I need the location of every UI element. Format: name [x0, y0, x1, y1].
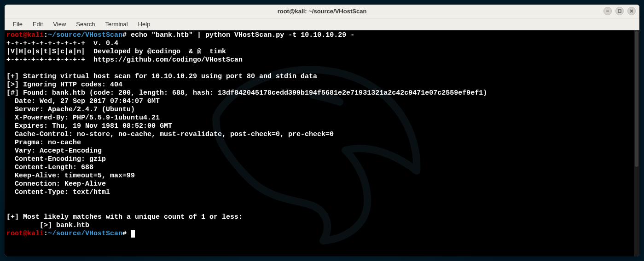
prompt-user: root@kali: [6, 31, 44, 39]
prompt2-path: ~/source/VHostScan: [48, 230, 122, 238]
scrollbar-thumb[interactable]: [635, 31, 638, 167]
menu-edit[interactable]: Edit: [28, 19, 47, 29]
terminal-scrollbar[interactable]: [634, 30, 639, 256]
out-exp: Expires: Thu, 19 Nov 1981 08:52:00 GMT: [6, 122, 172, 130]
out-found: [#] Found: bank.htb (code: 200, length: …: [6, 89, 487, 97]
minimize-button[interactable]: [603, 7, 612, 15]
out-ct: Content-Type: text/html: [6, 188, 110, 196]
terminal-cursor: [131, 230, 135, 238]
close-icon: [629, 9, 634, 13]
banner-line-2: |V|H|o|s|t|S|c|a|n| Developed by @coding…: [6, 48, 226, 56]
banner-line-3: +-+-+-+-+-+-+-+-+-+ https://github.com/c…: [6, 56, 243, 64]
out-matches: [+] Most likely matches with a unique co…: [6, 213, 243, 221]
menu-file[interactable]: File: [8, 19, 27, 29]
minimize-icon: [605, 9, 610, 13]
out-date: Date: Wed, 27 Sep 2017 07:04:07 GMT: [6, 97, 160, 105]
terminal-window: root@kali: ~/source/VHostScan File Edit …: [5, 5, 639, 256]
prompt2-hash: #: [122, 230, 127, 238]
command-text: echo "bank.htb" | python VHostScan.py -t…: [127, 31, 354, 39]
titlebar[interactable]: root@kali: ~/source/VHostScan: [5, 5, 639, 18]
out-xpb: X-Powered-By: PHP/5.5.9-1ubuntu4.21: [6, 114, 160, 122]
out-match1: [>] bank.htb: [6, 221, 89, 229]
banner-line-1: +-+-+-+-+-+-+-+-+-+ v. 0.4: [6, 40, 118, 47]
out-ce: Content-Encoding: gzip: [6, 155, 106, 163]
menu-search[interactable]: Search: [71, 19, 99, 29]
close-button[interactable]: [627, 7, 636, 15]
out-pragma: Pragma: no-cache: [6, 139, 81, 147]
prompt2-sep: :: [44, 230, 48, 238]
menu-help[interactable]: Help: [133, 19, 155, 29]
prompt-path: ~/source/VHostScan: [48, 31, 122, 39]
window-title: root@kali: ~/source/VHostScan: [278, 8, 367, 15]
out-server: Server: Apache/2.4.7 (Ubuntu): [6, 106, 135, 113]
out-start: [+] Starting virtual host scan for 10.10…: [6, 73, 317, 80]
out-conn: Connection: Keep-Alive: [6, 180, 106, 188]
maximize-button[interactable]: [615, 7, 624, 15]
out-ignoring: [>] Ignoring HTTP codes: 404: [6, 81, 122, 89]
out-vary: Vary: Accept-Encoding: [6, 147, 102, 155]
window-controls: [603, 7, 636, 15]
prompt-hash: #: [122, 31, 127, 39]
svg-rect-1: [618, 10, 621, 12]
out-ka: Keep-Alive: timeout=5, max=99: [6, 172, 135, 180]
prompt2-user: root@kali: [6, 230, 44, 238]
prompt-sep: :: [44, 31, 48, 39]
out-cl: Content-Length: 688: [6, 164, 93, 171]
maximize-icon: [617, 9, 622, 13]
menu-terminal[interactable]: Terminal: [101, 19, 133, 29]
menubar: File Edit View Search Terminal Help: [5, 18, 639, 30]
out-cc: Cache-Control: no-store, no-cache, must-…: [6, 130, 334, 138]
terminal-area[interactable]: root@kali:~/source/VHostScan# echo "bank…: [5, 30, 639, 256]
terminal-output[interactable]: root@kali:~/source/VHostScan# echo "bank…: [5, 30, 639, 239]
menu-view[interactable]: View: [48, 19, 70, 29]
